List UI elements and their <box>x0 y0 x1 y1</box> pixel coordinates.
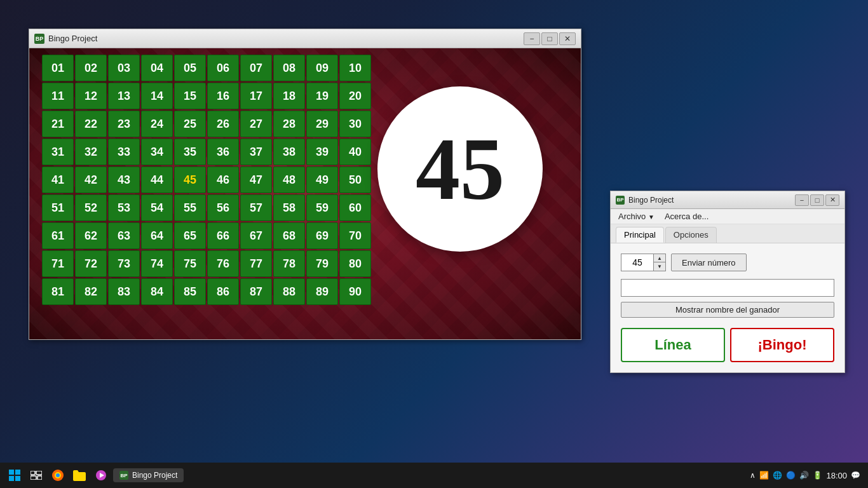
number-cell-42[interactable]: 42 <box>75 166 107 193</box>
spinner-up-button[interactable]: ▲ <box>654 254 665 262</box>
number-cell-75[interactable]: 75 <box>174 250 206 277</box>
number-cell-61[interactable]: 61 <box>42 222 74 249</box>
number-cell-44[interactable]: 44 <box>141 166 173 193</box>
number-cell-73[interactable]: 73 <box>108 250 140 277</box>
number-cell-23[interactable]: 23 <box>108 111 140 137</box>
number-cell-82[interactable]: 82 <box>75 278 107 305</box>
number-cell-53[interactable]: 53 <box>108 194 140 221</box>
media-icon[interactable] <box>92 466 111 485</box>
number-cell-22[interactable]: 22 <box>75 111 107 137</box>
task-view-button[interactable] <box>27 466 46 485</box>
firefox-icon[interactable] <box>48 466 67 485</box>
number-cell-14[interactable]: 14 <box>141 83 173 109</box>
number-cell-46[interactable]: 46 <box>207 166 239 193</box>
winner-name-input[interactable] <box>621 279 834 297</box>
number-cell-40[interactable]: 40 <box>339 139 371 165</box>
number-cell-74[interactable]: 74 <box>141 250 173 277</box>
number-cell-38[interactable]: 38 <box>273 139 305 165</box>
number-cell-05[interactable]: 05 <box>174 55 206 81</box>
number-cell-52[interactable]: 52 <box>75 194 107 221</box>
number-cell-36[interactable]: 36 <box>207 139 239 165</box>
number-cell-64[interactable]: 64 <box>141 222 173 249</box>
number-cell-25[interactable]: 25 <box>174 111 206 137</box>
number-cell-57[interactable]: 57 <box>240 194 272 221</box>
number-cell-65[interactable]: 65 <box>174 222 206 249</box>
number-cell-12[interactable]: 12 <box>75 83 107 109</box>
number-cell-45[interactable]: 45 <box>174 166 206 193</box>
number-cell-03[interactable]: 03 <box>108 55 140 81</box>
number-cell-27[interactable]: 27 <box>240 111 272 137</box>
number-cell-21[interactable]: 21 <box>42 111 74 137</box>
bingo-button[interactable]: ¡Bingo! <box>730 328 834 362</box>
number-cell-35[interactable]: 35 <box>174 139 206 165</box>
number-cell-55[interactable]: 55 <box>174 194 206 221</box>
number-cell-88[interactable]: 88 <box>273 278 305 305</box>
number-cell-39[interactable]: 39 <box>306 139 338 165</box>
menu-acerca[interactable]: Acerca de... <box>660 210 714 222</box>
number-cell-56[interactable]: 56 <box>207 194 239 221</box>
notification-button[interactable]: 💬 <box>851 471 860 480</box>
number-cell-15[interactable]: 15 <box>174 83 206 109</box>
number-cell-07[interactable]: 07 <box>240 55 272 81</box>
start-button[interactable] <box>5 466 24 485</box>
number-cell-06[interactable]: 06 <box>207 55 239 81</box>
number-cell-30[interactable]: 30 <box>339 111 371 137</box>
number-cell-50[interactable]: 50 <box>339 166 371 193</box>
number-cell-60[interactable]: 60 <box>339 194 371 221</box>
number-cell-80[interactable]: 80 <box>339 250 371 277</box>
number-cell-89[interactable]: 89 <box>306 278 338 305</box>
send-number-button[interactable]: Enviar número <box>671 254 747 271</box>
file-manager-icon[interactable] <box>70 466 89 485</box>
number-cell-59[interactable]: 59 <box>306 194 338 221</box>
number-cell-67[interactable]: 67 <box>240 222 272 249</box>
spinner-down-button[interactable]: ▼ <box>654 262 665 271</box>
number-cell-63[interactable]: 63 <box>108 222 140 249</box>
show-winner-button[interactable]: Mostrar nombre del ganador <box>621 302 834 318</box>
number-cell-66[interactable]: 66 <box>207 222 239 249</box>
number-cell-90[interactable]: 90 <box>339 278 371 305</box>
number-cell-11[interactable]: 11 <box>42 83 74 109</box>
number-cell-16[interactable]: 16 <box>207 83 239 109</box>
number-cell-04[interactable]: 04 <box>141 55 173 81</box>
number-cell-70[interactable]: 70 <box>339 222 371 249</box>
number-cell-19[interactable]: 19 <box>306 83 338 109</box>
number-cell-77[interactable]: 77 <box>240 250 272 277</box>
maximize-button[interactable]: □ <box>541 32 558 45</box>
number-cell-26[interactable]: 26 <box>207 111 239 137</box>
number-cell-08[interactable]: 08 <box>273 55 305 81</box>
taskbar-bingo-app[interactable]: BP Bingo Project <box>113 468 184 482</box>
number-cell-81[interactable]: 81 <box>42 278 74 305</box>
tray-chevron[interactable]: ∧ <box>750 471 756 480</box>
number-input[interactable] <box>621 254 653 271</box>
number-cell-85[interactable]: 85 <box>174 278 206 305</box>
number-cell-31[interactable]: 31 <box>42 139 74 165</box>
number-cell-20[interactable]: 20 <box>339 83 371 109</box>
number-cell-49[interactable]: 49 <box>306 166 338 193</box>
menu-archivo[interactable]: Archivo ▼ <box>613 210 660 222</box>
number-cell-68[interactable]: 68 <box>273 222 305 249</box>
number-cell-28[interactable]: 28 <box>273 111 305 137</box>
number-cell-29[interactable]: 29 <box>306 111 338 137</box>
number-cell-32[interactable]: 32 <box>75 139 107 165</box>
number-cell-51[interactable]: 51 <box>42 194 74 221</box>
control-minimize-button[interactable]: − <box>795 194 809 206</box>
tab-opciones[interactable]: Opciones <box>665 227 717 243</box>
number-cell-58[interactable]: 58 <box>273 194 305 221</box>
number-cell-02[interactable]: 02 <box>75 55 107 81</box>
number-cell-48[interactable]: 48 <box>273 166 305 193</box>
number-cell-37[interactable]: 37 <box>240 139 272 165</box>
number-cell-71[interactable]: 71 <box>42 250 74 277</box>
number-cell-24[interactable]: 24 <box>141 111 173 137</box>
number-cell-86[interactable]: 86 <box>207 278 239 305</box>
number-cell-13[interactable]: 13 <box>108 83 140 109</box>
number-cell-09[interactable]: 09 <box>306 55 338 81</box>
number-cell-87[interactable]: 87 <box>240 278 272 305</box>
close-button[interactable]: ✕ <box>559 32 576 45</box>
number-cell-41[interactable]: 41 <box>42 166 74 193</box>
number-cell-47[interactable]: 47 <box>240 166 272 193</box>
number-cell-78[interactable]: 78 <box>273 250 305 277</box>
minimize-button[interactable]: − <box>524 32 540 45</box>
linea-button[interactable]: Línea <box>621 328 725 362</box>
number-cell-84[interactable]: 84 <box>141 278 173 305</box>
number-cell-79[interactable]: 79 <box>306 250 338 277</box>
